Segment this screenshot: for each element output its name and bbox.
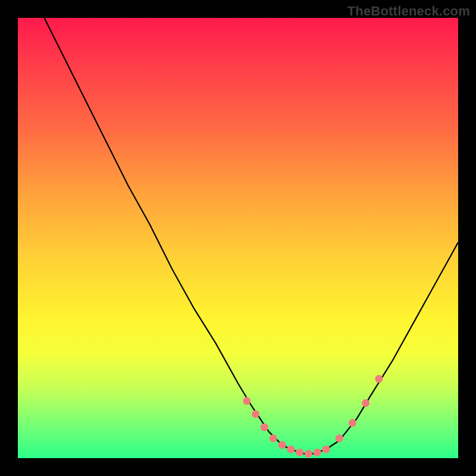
curve-marker [336, 434, 343, 442]
chart-frame: TheBottleneck.com [0, 0, 476, 476]
curve-marker [278, 441, 286, 449]
curve-marker [305, 450, 312, 458]
curve-marker [252, 411, 259, 418]
curve-marker [362, 399, 369, 407]
curve-marker [322, 446, 330, 453]
curve-marker [349, 419, 356, 427]
bottleneck-curve [44, 18, 458, 454]
curve-marker [314, 449, 321, 456]
plot-area [18, 18, 458, 458]
curve-svg [18, 18, 458, 458]
curve-marker [261, 424, 268, 431]
watermark-text: TheBottleneck.com [347, 4, 470, 19]
curve-marker [296, 449, 303, 456]
curve-marker [270, 434, 277, 442]
curve-marker [287, 446, 295, 453]
curve-marker [375, 375, 383, 383]
curve-marker [243, 397, 250, 405]
curve-markers [243, 375, 383, 458]
